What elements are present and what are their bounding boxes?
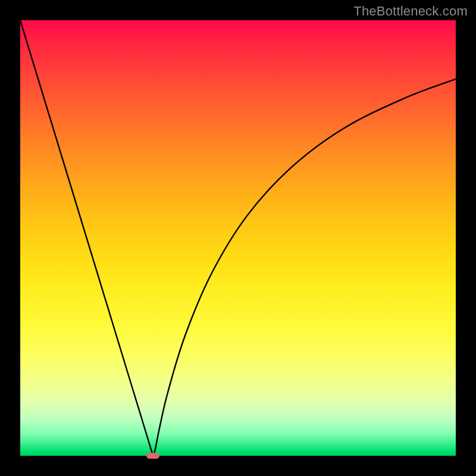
cusp-marker — [146, 453, 159, 459]
chart-frame — [20, 20, 456, 456]
watermark-text: TheBottleneck.com — [353, 4, 468, 19]
chart-curve-svg — [20, 20, 456, 456]
bottleneck-curve — [20, 20, 456, 456]
